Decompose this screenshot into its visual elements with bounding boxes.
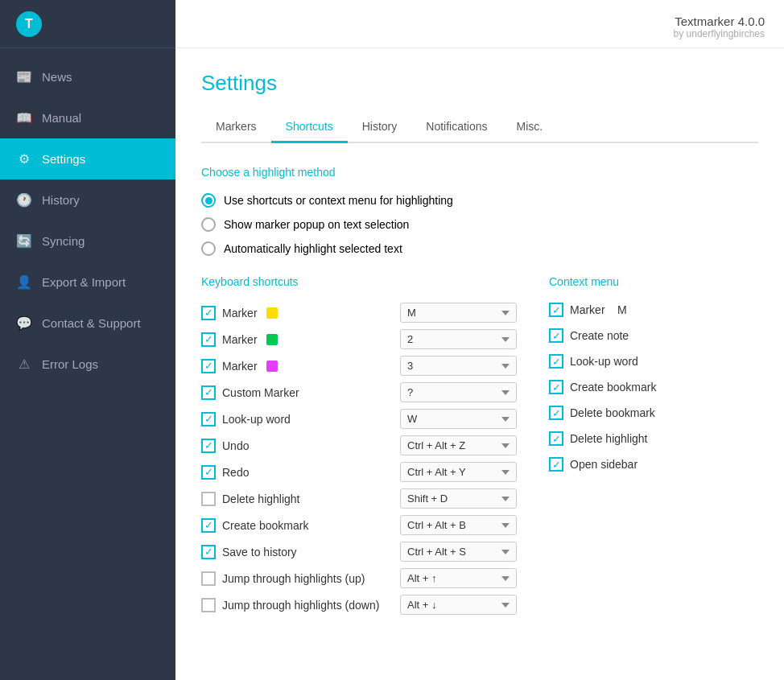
shortcut-label-save-history: Save to history (222, 546, 394, 558)
highlight-section-title: Choose a highlight method (201, 166, 758, 179)
sidebar-item-manual[interactable]: 📖 Manual (0, 97, 175, 138)
radio-label-auto: Automatically highlight selected text (224, 242, 402, 255)
context-checkbox-open-sidebar[interactable]: ✓ (549, 457, 563, 472)
keyboard-shortcuts-column: Keyboard shortcuts ✓ Marker M ✓ Marker (201, 275, 517, 621)
sidebar-item-error-logs[interactable]: ⚠ Error Logs (0, 344, 175, 385)
shortcut-label-lookup: Look-up word (222, 413, 394, 426)
tab-shortcuts[interactable]: Shortcuts (271, 112, 348, 143)
shortcut-select-save-history[interactable]: Ctrl + Alt + S (400, 542, 517, 562)
context-checkbox-lookup-word[interactable]: ✓ (549, 354, 563, 369)
shortcut-label-jump-down: Jump through highlights (down) (222, 599, 394, 612)
context-checkbox-delete-bookmark[interactable]: ✓ (549, 406, 563, 420)
shortcut-checkbox-marker-3[interactable]: ✓ (201, 359, 216, 373)
marker-color-m3 (266, 361, 278, 372)
shortcut-select-marker-2[interactable]: 2 (400, 329, 517, 349)
sidebar-item-label-news: News (42, 70, 72, 84)
shortcut-row-jump-up: ✓ Jump through highlights (up) Alt + ↑ (201, 568, 517, 588)
shortcut-row-marker-3: ✓ Marker 3 (201, 356, 517, 376)
shortcut-row-undo: ✓ Undo Ctrl + Alt + Z (201, 435, 517, 455)
context-item-marker-m: ✓ Marker M (549, 303, 758, 317)
shortcut-label-redo: Redo (222, 466, 394, 479)
shortcut-label-delete-highlight: Delete highlight (222, 492, 394, 505)
shortcuts-context-columns: Keyboard shortcuts ✓ Marker M ✓ Marker (201, 275, 758, 621)
context-checkbox-create-bookmark[interactable]: ✓ (549, 380, 563, 394)
sidebar-item-label-contact-support: Contact & Support (42, 316, 141, 330)
shortcut-row-delete-highlight: ✓ Delete highlight Shift + D (201, 488, 517, 509)
context-label-lookup-word: Look-up word (570, 355, 638, 368)
shortcut-checkbox-undo[interactable]: ✓ (201, 439, 216, 453)
page-title: Settings (201, 71, 758, 96)
app-name: Textmarker 4.0.0 (674, 14, 765, 28)
shortcut-checkbox-save-history[interactable]: ✓ (201, 545, 216, 559)
context-item-open-sidebar: ✓ Open sidebar (549, 457, 758, 472)
shortcut-select-marker-m[interactable]: M (400, 303, 517, 323)
top-bar: Textmarker 4.0.0 by underflyingbirches (175, 0, 784, 48)
context-item-delete-highlight: ✓ Delete highlight (549, 431, 758, 446)
export-import-icon: 👤 (16, 274, 32, 290)
context-checkbox-marker-m[interactable]: ✓ (549, 303, 563, 317)
shortcut-label-undo: Undo (222, 439, 394, 452)
shortcut-select-undo[interactable]: Ctrl + Alt + Z (400, 435, 517, 455)
shortcut-select-jump-down[interactable]: Alt + ↓ (400, 595, 517, 615)
sidebar-item-contact-support[interactable]: 💬 Contact & Support (0, 303, 175, 344)
radio-option-shortcuts[interactable]: Use shortcuts or context menu for highli… (201, 193, 758, 208)
keyboard-shortcuts-title: Keyboard shortcuts (201, 275, 517, 288)
shortcut-checkbox-lookup[interactable]: ✓ (201, 412, 216, 427)
shortcut-select-marker-3[interactable]: 3 (400, 356, 517, 376)
context-menu-column: Context menu ✓ Marker M ✓ Create note ✓ … (549, 275, 758, 621)
context-label-create-note: Create note (570, 329, 629, 342)
sidebar-nav: 📰 News 📖 Manual ⚙ Settings 🕐 History 🔄 S… (0, 48, 175, 680)
app-subtitle: by underflyingbirches (674, 28, 765, 39)
shortcut-select-create-bookmark[interactable]: Ctrl + Alt + B (400, 515, 517, 535)
sidebar-item-label-error-logs: Error Logs (42, 357, 98, 371)
contact-support-icon: 💬 (16, 315, 32, 331)
marker-color-m1 (266, 307, 278, 319)
shortcut-checkbox-delete-highlight[interactable]: ✓ (201, 492, 216, 506)
shortcut-select-lookup[interactable]: W (400, 409, 517, 429)
main-content: Textmarker 4.0.0 by underflyingbirches S… (175, 0, 784, 680)
shortcut-checkbox-jump-down[interactable]: ✓ (201, 598, 216, 612)
tab-misc[interactable]: Misc. (502, 112, 558, 143)
shortcut-select-redo[interactable]: Ctrl + Alt + Y (400, 462, 517, 482)
shortcut-select-custom-marker[interactable]: ? (400, 382, 517, 402)
context-item-lookup-word: ✓ Look-up word (549, 354, 758, 369)
sidebar-item-settings[interactable]: ⚙ Settings (0, 138, 175, 179)
context-item-create-bookmark: ✓ Create bookmark (549, 380, 758, 394)
sidebar-item-history[interactable]: 🕐 History (0, 179, 175, 220)
radio-circle-auto (201, 241, 216, 256)
tab-history[interactable]: History (348, 112, 412, 143)
shortcut-checkbox-marker-2[interactable]: ✓ (201, 332, 216, 347)
radio-option-popup[interactable]: Show marker popup on text selection (201, 217, 758, 232)
sidebar-logo: T (0, 0, 175, 48)
sidebar-item-export-import[interactable]: 👤 Export & Import (0, 262, 175, 303)
shortcut-label-marker-2: Marker (222, 333, 394, 346)
shortcut-checkbox-marker-m[interactable]: ✓ (201, 306, 216, 320)
sidebar-item-news[interactable]: 📰 News (0, 56, 175, 97)
content-area: Settings Markers Shortcuts History Notif… (175, 48, 784, 680)
tab-notifications[interactable]: Notifications (411, 112, 501, 143)
sidebar-item-label-history: History (42, 193, 80, 207)
sidebar: T 📰 News 📖 Manual ⚙ Settings 🕐 History 🔄… (0, 0, 175, 680)
context-checkbox-delete-highlight[interactable]: ✓ (549, 431, 563, 446)
shortcut-select-delete-highlight[interactable]: Shift + D (400, 488, 517, 509)
radio-circle-popup (201, 217, 216, 232)
settings-icon: ⚙ (16, 151, 32, 167)
shortcut-checkbox-redo[interactable]: ✓ (201, 465, 216, 480)
shortcut-row-marker-m: ✓ Marker M (201, 303, 517, 323)
radio-option-auto[interactable]: Automatically highlight selected text (201, 241, 758, 256)
logo-icon: T (16, 11, 42, 37)
app-title: Textmarker 4.0.0 by underflyingbirches (674, 14, 765, 39)
shortcut-checkbox-jump-up[interactable]: ✓ (201, 571, 216, 586)
shortcut-checkbox-create-bookmark[interactable]: ✓ (201, 518, 216, 533)
radio-group: Use shortcuts or context menu for highli… (201, 193, 758, 256)
context-item-create-note: ✓ Create note (549, 328, 758, 343)
shortcut-select-jump-up[interactable]: Alt + ↑ (400, 568, 517, 588)
shortcut-label-marker-3: Marker (222, 360, 394, 373)
tab-markers[interactable]: Markers (201, 112, 271, 143)
context-label-open-sidebar: Open sidebar (570, 458, 638, 471)
sidebar-item-syncing[interactable]: 🔄 Syncing (0, 220, 175, 262)
sidebar-item-label-settings: Settings (42, 152, 85, 166)
context-checkbox-create-note[interactable]: ✓ (549, 328, 563, 343)
sidebar-item-label-manual: Manual (42, 111, 81, 125)
shortcut-checkbox-custom-marker[interactable]: ✓ (201, 385, 216, 400)
